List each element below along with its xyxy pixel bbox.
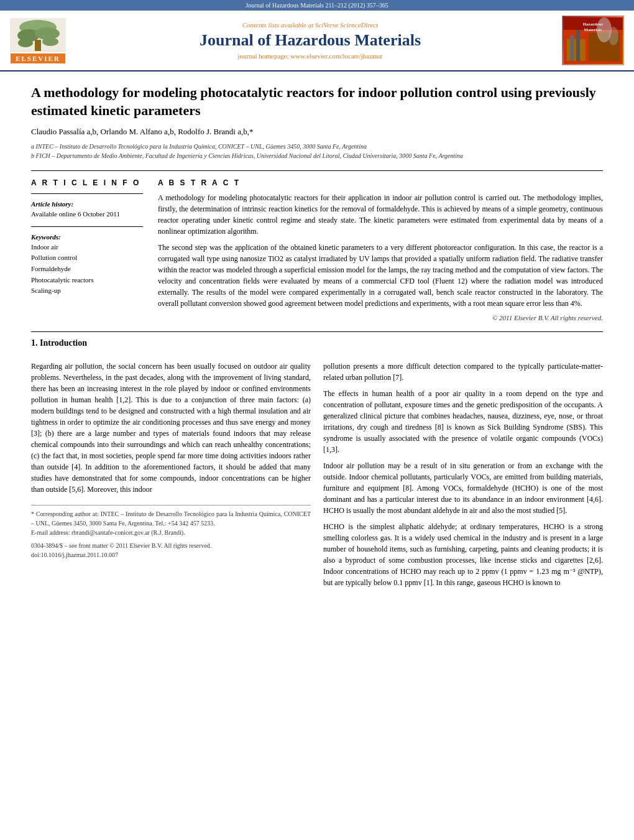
keyword-5: Scaling-up <box>31 285 143 297</box>
sciverse-line: Contents lists available at SciVerse Sci… <box>66 21 554 29</box>
svg-point-14 <box>609 27 618 45</box>
footnote-email: rbrandi@santafe-conicet.gov.ar (R.J. Bra… <box>71 529 185 536</box>
authors-text: Claudio Passalía a,b, Orlando M. Alfano … <box>31 127 253 136</box>
info-abstract-section: A R T I C L E I N F O Article history: A… <box>31 178 603 321</box>
article-history-label: Article history: <box>31 200 143 208</box>
body-col2-p1: pollution presents a more difficult dete… <box>323 361 603 383</box>
footnote-email-line: E-mail address: rbrandi@santafe-conicet.… <box>31 528 311 537</box>
body-col2-p3: Indoor air pollution may be a result of … <box>323 460 603 516</box>
abstract-section: A B S T R A C T A methodology for modeli… <box>158 178 603 321</box>
homepage-prefix: journal homepage: <box>237 52 290 60</box>
sciverse-prefix: Contents lists available at <box>242 21 315 29</box>
affiliation-a: a INTEC – Instituto de Desarrollo Tecnol… <box>31 142 603 151</box>
authors-line: Claudio Passalía a,b, Orlando M. Alfano … <box>31 127 603 137</box>
header-center: Contents lists available at SciVerse Sci… <box>66 21 554 60</box>
body-col2-p4: HCHO is the simplest aliphatic aldehyde;… <box>323 521 603 588</box>
svg-rect-16 <box>576 30 580 61</box>
keyword-1: Indoor air <box>31 242 143 253</box>
abstract-text: A methodology for modeling photocatalyti… <box>158 192 603 309</box>
svg-point-6 <box>42 37 58 46</box>
article-content: A methodology for modeling photocatalyti… <box>0 72 634 606</box>
keyword-2: Pollution control <box>31 252 143 264</box>
affiliations: a INTEC – Instituto de Desarrollo Tecnol… <box>31 142 603 160</box>
svg-point-5 <box>18 39 33 47</box>
footnote-section: * Corresponding author at: INTEC – Insti… <box>31 505 311 560</box>
top-citation-bar: Journal of Hazardous Materials 211–212 (… <box>0 0 634 11</box>
journal-title: Journal of Hazardous Materials <box>66 31 554 50</box>
elsevier-label: ELSEVIER <box>11 53 65 63</box>
footer-line2: doi:10.1016/j.jhazmat.2011.10.007 <box>31 550 311 560</box>
keyword-4: Photocatalytic reactors <box>31 275 143 286</box>
body-col2-p2: The effects in human health of a poor ai… <box>323 388 603 455</box>
sciverse-link-text: SciVerse ScienceDirect <box>315 21 378 29</box>
article-title: A methodology for modeling photocatalyti… <box>31 84 603 119</box>
copyright-line: © 2011 Elsevier B.V. All rights reserved… <box>158 314 603 321</box>
body-columns: Regarding air pollution, the social conc… <box>31 361 603 593</box>
section1-heading: 1. Introduction <box>31 338 603 348</box>
header-section: ELSEVIER Contents lists available at Sci… <box>0 11 634 72</box>
divider-1 <box>31 170 603 171</box>
footnote-corresponding: * Corresponding author at: INTEC – Insti… <box>31 509 311 528</box>
journal-homepage: journal homepage: www.elsevier.com/locat… <box>66 52 554 60</box>
affiliation-b: b FICH – Departamento de Medio Ambiente,… <box>31 151 603 160</box>
svg-rect-15 <box>570 35 574 61</box>
body-column-left: Regarding air pollution, the social conc… <box>31 361 311 593</box>
abstract-p1: A methodology for modeling photocatalyti… <box>158 192 603 237</box>
elsevier-tree-icon <box>10 18 66 52</box>
footer-line1: 0304-3894/$ – see front matter © 2011 El… <box>31 541 311 550</box>
hazmat-image-icon: Hazardous Materials <box>564 17 623 64</box>
abstract-label: A B S T R A C T <box>158 178 603 187</box>
keyword-3: Formaldehyde <box>31 264 143 275</box>
homepage-url: www.elsevier.com/locate/jhazmat <box>290 52 382 60</box>
citation-text: Journal of Hazardous Materials 211–212 (… <box>246 2 388 9</box>
divider-info <box>31 193 143 194</box>
svg-rect-4 <box>35 40 41 51</box>
article-info-label: A R T I C L E I N F O <box>31 178 143 187</box>
elsevier-logo-left: ELSEVIER <box>10 18 66 63</box>
divider-body <box>31 331 603 332</box>
article-history-date: Available online 6 October 2011 <box>31 209 143 220</box>
divider-info-2 <box>31 226 143 227</box>
keywords-list: Indoor air Pollution control Formaldehyd… <box>31 242 143 297</box>
hazmat-logo-right: Hazardous Materials <box>562 16 624 65</box>
body-column-right: pollution presents a more difficult dete… <box>323 361 603 593</box>
body-col1-p1: Regarding air pollution, the social conc… <box>31 361 311 495</box>
keywords-label: Keywords: <box>31 233 143 241</box>
abstract-p2: The second step was the application of t… <box>158 242 603 309</box>
footnote-email-label: E-mail address: <box>31 529 70 536</box>
article-info-column: A R T I C L E I N F O Article history: A… <box>31 178 143 321</box>
